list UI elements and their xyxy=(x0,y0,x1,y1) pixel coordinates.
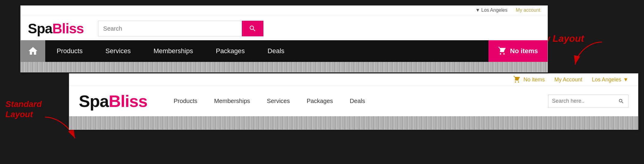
standard-layout-card: No items My Account Los Angeles ▼ SpaBli… xyxy=(69,73,638,130)
standard-layout-top-bar: No items My Account Los Angeles ▼ xyxy=(69,74,638,86)
new-layout-image-strip xyxy=(21,62,548,72)
new-layout-myaccount-link[interactable]: My account xyxy=(516,8,540,13)
new-layout-nav-deals[interactable]: Deals xyxy=(256,40,296,62)
logo-bliss: Bliss xyxy=(52,21,84,36)
new-layout-cart-button[interactable]: No items xyxy=(488,40,548,62)
standard-search-button[interactable] xyxy=(614,95,628,108)
cart-icon xyxy=(498,47,506,55)
standard-logo-bliss: Bliss xyxy=(109,92,147,111)
standard-search-input[interactable] xyxy=(548,95,614,108)
standard-search-wrap xyxy=(548,95,628,108)
new-layout-arrow-svg xyxy=(566,39,614,69)
new-layout-top-bar: ▼ Los Angeles My account xyxy=(21,6,548,15)
new-layout-search-input[interactable] xyxy=(98,21,242,36)
new-layout-location-text: Los Angeles xyxy=(481,8,507,13)
standard-cart-icon xyxy=(513,76,521,83)
standard-logo: SpaBliss xyxy=(79,91,147,111)
standard-nav-links: Products Memberships Services Packages D… xyxy=(165,98,548,105)
standard-cart-label: No items xyxy=(524,77,545,83)
standard-nav-packages[interactable]: Packages xyxy=(298,98,341,105)
standard-location[interactable]: Los Angeles ▼ xyxy=(592,77,628,83)
new-layout-nav-memberships[interactable]: Memberships xyxy=(142,40,204,62)
standard-location-text: Los Angeles xyxy=(592,77,621,83)
standard-nav-services[interactable]: Services xyxy=(259,98,298,105)
new-layout-card: ▼ Los Angeles My account SpaBliss Produc… xyxy=(20,5,548,72)
location-arrow-icon: ▼ xyxy=(475,8,480,13)
new-layout-location[interactable]: ▼ Los Angeles xyxy=(475,8,507,13)
standard-image-strip xyxy=(69,116,638,129)
new-layout-nav-services[interactable]: Services xyxy=(94,40,142,62)
standard-search-icon xyxy=(618,98,624,104)
new-layout-search-button[interactable] xyxy=(242,21,263,36)
new-layout-search-row: SpaBliss xyxy=(21,15,548,40)
standard-location-arrow-icon: ▼ xyxy=(623,77,628,83)
standard-nav-deals[interactable]: Deals xyxy=(341,98,373,105)
standard-logo-spa: Spa xyxy=(79,92,109,111)
new-layout-home-button[interactable] xyxy=(21,40,45,62)
logo-spa: Spa xyxy=(28,21,52,36)
new-layout-nav-packages[interactable]: Packages xyxy=(204,40,256,62)
new-layout-cart-label: No items xyxy=(510,47,538,55)
search-icon xyxy=(249,25,257,32)
new-layout-nav-products[interactable]: Products xyxy=(45,40,94,62)
new-layout-logo: SpaBliss xyxy=(28,20,84,37)
standard-nav-products[interactable]: Products xyxy=(165,98,206,105)
home-icon xyxy=(28,46,38,56)
new-layout-nav-items: Products Services Memberships Packages D… xyxy=(45,40,488,62)
new-layout-nav: Products Services Memberships Packages D… xyxy=(21,40,548,62)
standard-cart[interactable]: No items xyxy=(513,76,545,83)
standard-main-row: SpaBliss Products Memberships Services P… xyxy=(69,86,638,116)
standard-myaccount-link[interactable]: My Account xyxy=(554,77,582,83)
standard-nav-memberships[interactable]: Memberships xyxy=(206,98,259,105)
